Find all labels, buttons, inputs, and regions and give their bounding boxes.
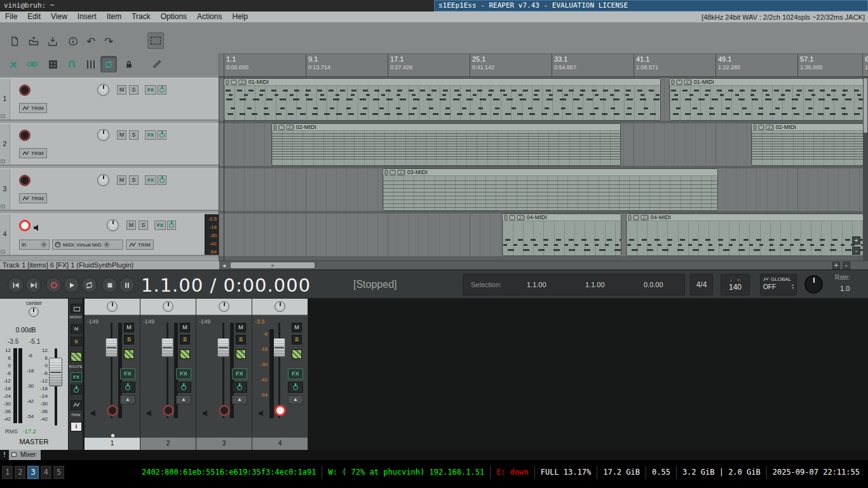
- audio-device-status[interactable]: [48kHz 24bit WAV : 2/2ch 1024spls ~22/32…: [702, 13, 868, 21]
- master-solo-button[interactable]: S: [71, 337, 82, 346]
- volume-knob[interactable]: [97, 84, 109, 96]
- item-midi-notes[interactable]: [383, 176, 717, 210]
- volume-knob[interactable]: [97, 129, 109, 141]
- horizontal-zoom-in-button[interactable]: +: [832, 262, 840, 269]
- routing-button[interactable]: [292, 349, 302, 359]
- pan-knob[interactable]: [107, 301, 118, 312]
- workspace-button[interactable]: 5: [53, 466, 64, 479]
- monitor-icon[interactable]: [202, 408, 210, 419]
- media-item[interactable]: ! M FX 02-MIDI: [751, 123, 863, 166]
- monitor-icon[interactable]: [146, 408, 154, 419]
- workspace-button[interactable]: 3: [27, 466, 38, 479]
- edit-tool-button[interactable]: [149, 56, 165, 72]
- item-mute-badge[interactable]: M: [676, 79, 682, 85]
- fader-handle[interactable]: [273, 338, 285, 357]
- monitor-icon[interactable]: [258, 408, 266, 419]
- menu-item[interactable]: Help: [227, 11, 253, 22]
- item-alert-badge[interactable]: !: [504, 215, 508, 220]
- strip-number[interactable]: 1: [85, 437, 140, 450]
- vertical-zoom-out-button[interactable]: -: [852, 247, 860, 255]
- item-mute-badge[interactable]: M: [278, 125, 285, 130]
- item-mute-badge[interactable]: M: [758, 125, 764, 130]
- selection-end[interactable]: 1.1.00: [585, 281, 605, 288]
- timeline-ruler[interactable]: 1.1 0:00.000 9.1 0:13.714 17.1 0:27.428 …: [219, 53, 868, 77]
- fx-bypass-button[interactable]: [158, 85, 166, 95]
- mixer-strip-2[interactable]: -149 M S FX ▲ 2: [140, 299, 196, 450]
- record-input-button[interactable]: in ▾: [19, 240, 50, 250]
- global-automation-override[interactable]: GLOBAL OFF ▴▾: [760, 274, 797, 295]
- spinner-icons[interactable]: ▴▾: [792, 283, 794, 290]
- routing-button[interactable]: [124, 349, 134, 359]
- master-routing-button[interactable]: [71, 352, 82, 362]
- master-strip[interactable]: center 0.00dB -3.5 -5.1 1260-6-12-18-24-…: [0, 299, 68, 450]
- selection-start[interactable]: 1.1.00: [527, 281, 546, 288]
- fx-bypass-button[interactable]: [167, 220, 176, 230]
- fx-bypass-button[interactable]: [176, 382, 191, 393]
- master-output-button[interactable]: [71, 304, 82, 313]
- record-arm-button[interactable]: [19, 175, 31, 186]
- mixer-strip-3[interactable]: -149 M S FX ▲ 3: [196, 299, 252, 450]
- volume-knob[interactable]: [97, 174, 109, 186]
- item-mute-badge[interactable]: M: [509, 215, 515, 220]
- item-fx-badge[interactable]: FX: [684, 79, 692, 85]
- media-item[interactable]: ! M FX 01-MIDI: [669, 78, 863, 121]
- record-arm-button[interactable]: [275, 405, 286, 416]
- master-pan-knob[interactable]: [29, 307, 39, 317]
- master-fx-button[interactable]: FX: [71, 372, 82, 382]
- vertical-zoom-in-button[interactable]: +: [852, 236, 860, 245]
- open-project-button[interactable]: [25, 33, 42, 50]
- selection-length[interactable]: 0.0.00: [644, 281, 663, 288]
- lock-toggle-button[interactable]: [121, 56, 137, 72]
- record-arm-button[interactable]: [19, 220, 31, 231]
- item-fx-badge[interactable]: FX: [517, 215, 525, 220]
- tempo-value[interactable]: 140: [721, 283, 749, 292]
- scroll-left-icon[interactable]: ◂: [220, 262, 227, 269]
- menu-item[interactable]: Item: [102, 11, 126, 22]
- pan-knob[interactable]: [219, 301, 229, 312]
- fx-bypass-button[interactable]: [232, 382, 247, 393]
- undo-button[interactable]: ↶: [83, 33, 99, 50]
- item-mute-badge[interactable]: M: [390, 170, 396, 175]
- vertical-scrollbar[interactable]: [863, 77, 868, 261]
- horizontal-zoom-out-button[interactable]: -: [843, 262, 850, 269]
- master-envelope-button[interactable]: [71, 400, 82, 410]
- record-arm-button[interactable]: [19, 130, 31, 141]
- item-mute-badge[interactable]: M: [231, 79, 237, 85]
- master-info-button[interactable]: i: [71, 422, 82, 431]
- media-item[interactable]: ! M FX 02-MIDI: [271, 123, 621, 166]
- global-value[interactable]: OFF: [763, 283, 776, 290]
- playback-position-display[interactable]: 1.1.00 / 0:00.000: [141, 274, 311, 296]
- play-button[interactable]: [64, 277, 79, 293]
- folder-toggle[interactable]: [1, 250, 5, 254]
- strip-number[interactable]: 2: [140, 437, 196, 450]
- mute-button[interactable]: M: [117, 85, 126, 95]
- marquee-select-button[interactable]: [147, 32, 164, 49]
- fx-button[interactable]: FX: [176, 369, 191, 379]
- vertical-scrollbar-handle[interactable]: [864, 78, 867, 133]
- mute-button[interactable]: M: [292, 323, 302, 332]
- horizontal-scrollbar-handle[interactable]: [231, 262, 315, 268]
- repeat-button[interactable]: [81, 277, 97, 293]
- terminal-window-titlebar[interactable]: vini@bruh: ~: [0, 0, 434, 11]
- midi-input-selector[interactable]: MIDI: Virtual MID ▾: [52, 240, 123, 250]
- sends-button[interactable]: ▲: [120, 395, 135, 404]
- fader-handle[interactable]: [217, 338, 229, 357]
- strip-number[interactable]: 4: [252, 437, 308, 450]
- record-arm-button[interactable]: [219, 405, 230, 416]
- pan-knob[interactable]: [275, 301, 285, 312]
- ripple-edit-button[interactable]: [83, 56, 99, 72]
- solo-button[interactable]: S: [139, 220, 148, 230]
- record-monitor-icon[interactable]: [33, 222, 41, 234]
- item-fx-badge[interactable]: FX: [397, 170, 405, 175]
- track-panel-3[interactable]: 3 M S FX TRIM: [0, 168, 219, 211]
- envelope-trim-button[interactable]: TRIM: [19, 193, 47, 203]
- item-alert-badge[interactable]: !: [226, 79, 229, 85]
- routing-button[interactable]: [180, 349, 190, 359]
- item-mute-badge[interactable]: M: [633, 215, 639, 220]
- item-midi-notes[interactable]: [627, 221, 863, 255]
- fx-button[interactable]: FX: [145, 85, 156, 95]
- fx-bypass-button[interactable]: [288, 382, 303, 393]
- master-fader-handle[interactable]: [49, 358, 62, 386]
- mute-button[interactable]: M: [236, 323, 246, 332]
- fader-handle[interactable]: [105, 338, 118, 357]
